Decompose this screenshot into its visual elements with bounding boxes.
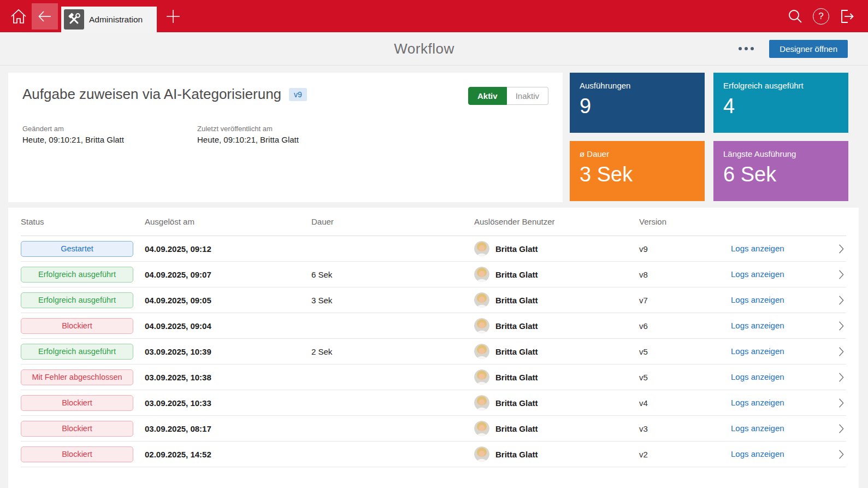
user-avatar [474, 446, 489, 462]
stat-label: Erfolgreich ausgeführt [723, 81, 839, 90]
logs-link[interactable]: Logs anzeigen [731, 321, 784, 330]
table-row[interactable]: Blockiert 03.09.2025, 08:17 Britta Glatt [21, 416, 846, 442]
logs-link[interactable]: Logs anzeigen [731, 424, 784, 433]
logs-link[interactable]: Logs anzeigen [731, 269, 784, 279]
stat-tile: ø Dauer 3 Sek [570, 141, 705, 201]
stat-value: 6 Sek [723, 163, 839, 186]
workflow-title: Aufgabe zuweisen via AI-Kategorisierung [22, 86, 281, 103]
table-row[interactable]: Erfolgreich ausgeführt 04.09.2025, 09:07… [21, 262, 846, 287]
user-name: Britta Glatt [495, 347, 538, 356]
header-actions: Designer öffnen [737, 40, 848, 58]
search-icon [787, 8, 804, 25]
chevron-right-icon [836, 321, 846, 331]
column-header-version: Version [639, 217, 731, 226]
user-cell: Britta Glatt [474, 318, 639, 333]
logs-link[interactable]: Logs anzeigen [731, 398, 784, 407]
search-button[interactable] [787, 8, 804, 25]
status-badge: Blockiert [21, 421, 133, 437]
new-tab-button[interactable] [161, 4, 185, 28]
row-open-button[interactable] [822, 372, 846, 383]
active-toggle: Aktiv Inaktiv [468, 87, 548, 105]
triggered-at-cell: 04.09.2025, 09:07 [145, 270, 311, 279]
tools-icon [64, 9, 84, 30]
user-cell: Britta Glatt [474, 395, 639, 410]
tab-administration[interactable]: Administration [61, 7, 157, 32]
table-row[interactable]: Gestartet 04.09.2025, 09:12 Britta Glatt [21, 236, 846, 262]
version-cell: v7 [639, 296, 731, 305]
chevron-right-icon [836, 346, 846, 357]
stat-value: 9 [580, 95, 695, 118]
triggered-at-cell: 03.09.2025, 10:39 [145, 347, 311, 356]
table-header-row: Status Ausgelöst am Dauer Auslösender Be… [21, 208, 846, 236]
logs-link[interactable]: Logs anzeigen [731, 244, 784, 253]
open-designer-button[interactable]: Designer öffnen [769, 40, 848, 58]
topbar: Administration ? [0, 0, 868, 32]
duration-cell: 3 Sek [311, 296, 474, 305]
stat-value: 4 [723, 95, 839, 118]
dot-icon [745, 47, 748, 50]
table-row[interactable]: Blockiert 03.09.2025, 10:33 Britta Glatt [21, 390, 846, 416]
chevron-right-icon [836, 269, 846, 280]
row-open-button[interactable] [822, 295, 846, 305]
topbar-actions: ? [787, 0, 856, 32]
row-open-button[interactable] [822, 321, 846, 331]
status-badge: Mit Fehler abgeschlossen [21, 369, 133, 385]
table-row[interactable]: Erfolgreich ausgeführt 04.09.2025, 09:05… [21, 287, 846, 313]
row-open-button[interactable] [822, 244, 846, 254]
user-avatar [474, 292, 489, 308]
table-row[interactable]: Mit Fehler abgeschlossen 03.09.2025, 10:… [21, 364, 846, 390]
stat-label: ø Dauer [580, 149, 695, 158]
logout-icon [839, 8, 856, 25]
logout-button[interactable] [839, 8, 856, 25]
home-button[interactable] [7, 4, 31, 28]
status-badge: Erfolgreich ausgeführt [21, 292, 133, 308]
version-cell: v6 [639, 321, 731, 331]
user-avatar [474, 395, 489, 410]
user-cell: Britta Glatt [474, 267, 639, 282]
logs-link[interactable]: Logs anzeigen [731, 346, 784, 356]
user-avatar [474, 369, 489, 385]
page-header: Workflow Designer öffnen [0, 32, 868, 66]
user-cell: Britta Glatt [474, 292, 639, 308]
row-open-button[interactable] [822, 424, 846, 434]
stat-label: Längste Ausführung [723, 149, 839, 158]
status-badge: Blockiert [21, 395, 133, 411]
status-badge: Blockiert [21, 446, 133, 462]
toggle-inaktiv[interactable]: Inaktiv [507, 87, 548, 105]
modified-label: Geändert am [22, 125, 197, 133]
row-open-button[interactable] [822, 269, 846, 280]
row-open-button[interactable] [822, 346, 846, 357]
table-row[interactable]: Blockiert 02.09.2025, 14:52 Britta Glatt [21, 442, 846, 467]
table-row[interactable]: Blockiert 04.09.2025, 09:04 Britta Glatt [21, 313, 846, 339]
stat-tile: Erfolgreich ausgeführt 4 [713, 73, 848, 133]
user-name: Britta Glatt [495, 321, 538, 331]
user-name: Britta Glatt [495, 244, 538, 254]
plus-icon [165, 8, 181, 25]
table-row[interactable]: Erfolgreich ausgeführt 03.09.2025, 10:39… [21, 339, 846, 364]
duration-cell: 6 Sek [311, 270, 474, 279]
logs-link[interactable]: Logs anzeigen [731, 295, 784, 304]
help-icon: ? [813, 8, 829, 25]
user-name: Britta Glatt [495, 270, 538, 279]
overflow-menu-button[interactable] [737, 44, 755, 54]
logs-link[interactable]: Logs anzeigen [731, 372, 784, 381]
help-button[interactable]: ? [813, 8, 829, 25]
version-cell: v5 [639, 373, 731, 382]
chevron-right-icon [836, 424, 846, 434]
chevron-right-icon [836, 372, 846, 383]
version-badge: v9 [289, 88, 307, 101]
row-open-button[interactable] [822, 398, 846, 408]
column-header-status: Status [21, 217, 145, 226]
stat-label: Ausführungen [580, 81, 695, 90]
user-cell: Britta Glatt [474, 344, 639, 359]
logs-link[interactable]: Logs anzeigen [731, 449, 784, 458]
back-button[interactable] [32, 3, 58, 30]
content-area: Aufgabe zuweisen via AI-Kategorisierung … [0, 66, 868, 488]
toggle-aktiv[interactable]: Aktiv [468, 87, 507, 105]
modified-block: Geändert am Heute, 09:10:21, Britta Glat… [22, 125, 197, 144]
chevron-right-icon [836, 244, 846, 254]
user-name: Britta Glatt [495, 450, 538, 459]
row-open-button[interactable] [822, 449, 846, 460]
dot-icon [739, 47, 742, 50]
user-cell: Britta Glatt [474, 369, 639, 385]
